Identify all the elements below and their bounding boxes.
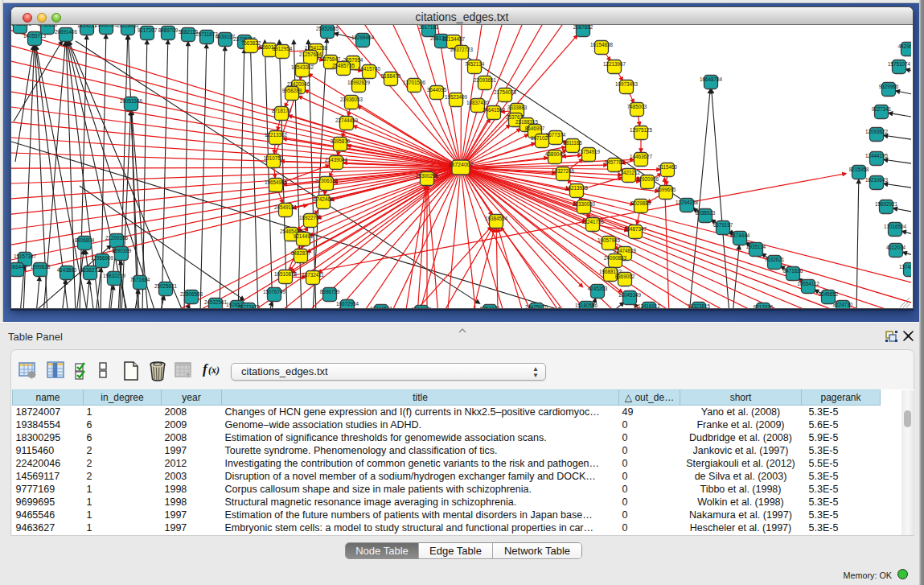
svg-text:21257684: 21257684: [299, 51, 322, 57]
svg-text:4735650: 4735650: [38, 25, 58, 27]
svg-text:3395870: 3395870: [331, 138, 351, 144]
svg-text:8938923: 8938923: [696, 210, 716, 216]
svg-text:22744459: 22744459: [335, 117, 359, 123]
svg-text:9245652: 9245652: [819, 291, 839, 297]
svg-text:6482877: 6482877: [291, 250, 311, 256]
svg-text:8806804: 8806804: [75, 237, 95, 243]
svg-text:10973493: 10973493: [615, 81, 639, 87]
svg-text:10057945: 10057945: [598, 237, 621, 243]
svg-text:10323815: 10323815: [688, 303, 711, 309]
svg-text:16154838: 16154838: [590, 42, 614, 47]
svg-text:13134457: 13134457: [442, 36, 466, 42]
svg-text:3333883: 3333883: [507, 105, 528, 110]
svg-text:23487347: 23487347: [624, 226, 647, 232]
svg-text:5188470: 5188470: [381, 73, 401, 79]
svg-text:25882305: 25882305: [95, 25, 118, 27]
svg-text:9699695: 9699695: [656, 187, 676, 192]
svg-text:12444195: 12444195: [865, 153, 889, 159]
svg-text:12541238: 12541238: [305, 45, 328, 51]
svg-text:9474444: 9474444: [730, 233, 750, 238]
svg-text:13754919: 13754919: [577, 149, 601, 154]
svg-text:13241736: 13241736: [581, 219, 605, 225]
svg-text:17016504: 17016504: [884, 224, 907, 229]
svg-text:8396759: 8396759: [320, 289, 340, 295]
svg-text:20372723: 20372723: [450, 47, 474, 52]
svg-text:8029889: 8029889: [631, 200, 651, 206]
svg-text:9875847: 9875847: [321, 56, 341, 62]
svg-text:16213925: 16213925: [565, 185, 589, 191]
svg-text:22330030: 22330030: [573, 201, 596, 207]
svg-text:12416912: 12416912: [638, 303, 661, 309]
svg-text:15751074: 15751074: [888, 61, 911, 67]
svg-text:23420046: 23420046: [287, 81, 310, 87]
svg-text:12213967: 12213967: [603, 61, 626, 67]
svg-text:6457765: 6457765: [605, 159, 625, 165]
svg-text:9217207: 9217207: [138, 27, 158, 33]
svg-text:21439044: 21439044: [325, 157, 348, 163]
svg-text:24549181: 24549181: [274, 204, 298, 210]
svg-text:4112034: 4112034: [886, 245, 906, 250]
svg-text:2935114: 2935114: [746, 244, 766, 249]
svg-text:16072954: 16072954: [336, 301, 359, 307]
svg-text:9115460: 9115460: [658, 164, 678, 170]
svg-text:13045349: 13045349: [618, 292, 642, 298]
svg-text:1999828: 1999828: [31, 264, 51, 270]
svg-text:24425670: 24425670: [525, 304, 548, 309]
svg-text:2087652: 2087652: [573, 25, 593, 30]
svg-text:10543362: 10543362: [291, 64, 314, 70]
svg-text:21754078: 21754078: [494, 89, 517, 95]
svg-text:4429607: 4429607: [898, 43, 911, 49]
svg-text:25300295: 25300295: [416, 173, 439, 179]
svg-text:24090883: 24090883: [604, 255, 627, 261]
svg-text:3917183: 3917183: [419, 25, 439, 30]
svg-text:13701506: 13701506: [403, 80, 426, 85]
svg-text:12920906: 12920906: [636, 176, 659, 182]
svg-text:19299464: 19299464: [351, 35, 375, 40]
svg-text:22093651: 22093651: [474, 77, 497, 83]
svg-text:22455603: 22455603: [11, 25, 31, 27]
svg-text:16510878: 16510878: [274, 271, 298, 277]
svg-text:10334531: 10334531: [370, 306, 393, 309]
svg-text:8489709: 8489709: [158, 27, 179, 33]
svg-text:8369062: 8369062: [615, 274, 635, 279]
svg-text:8224730: 8224730: [833, 302, 853, 307]
svg-text:1218062: 1218062: [412, 307, 432, 309]
svg-text:20691406: 20691406: [55, 29, 78, 35]
svg-text:19523409: 19523409: [445, 94, 468, 100]
svg-text:12213382: 12213382: [265, 132, 288, 138]
svg-text:21200396: 21200396: [105, 235, 129, 241]
svg-text:13421212: 13421212: [618, 170, 641, 175]
svg-text:18992829: 18992829: [347, 80, 371, 85]
svg-text:22306335: 22306335: [315, 178, 339, 183]
svg-text:25485735: 25485735: [332, 63, 355, 68]
svg-text:19384554: 19384554: [485, 216, 508, 221]
svg-text:3677374: 3677374: [546, 132, 566, 138]
svg-text:15180586: 15180586: [575, 303, 598, 308]
svg-text:18922760: 18922760: [299, 215, 322, 220]
svg-text:10327246: 10327246: [552, 168, 575, 174]
svg-text:10837430: 10837430: [466, 100, 490, 105]
svg-text:10654112: 10654112: [797, 281, 819, 286]
svg-text:8215958: 8215958: [849, 167, 869, 172]
svg-text:13748244: 13748244: [899, 264, 911, 270]
svg-text:25025631: 25025631: [154, 283, 178, 289]
svg-text:23936053: 23936053: [340, 97, 363, 102]
svg-text:2066449: 2066449: [11, 264, 27, 270]
svg-text:16648784: 16648784: [700, 76, 723, 82]
svg-text:7671884: 7671884: [130, 277, 150, 282]
svg-text:14463627: 14463627: [630, 154, 653, 159]
svg-text:8811165: 8811165: [563, 140, 582, 146]
svg-text:22474828: 22474828: [614, 248, 637, 253]
svg-text:6217026: 6217026: [754, 304, 774, 309]
svg-text:25852685: 25852685: [316, 26, 339, 31]
svg-text:16415740: 16415740: [358, 66, 381, 72]
svg-text:20772475: 20772475: [237, 304, 261, 309]
svg-text:8912954: 8912954: [273, 46, 293, 51]
svg-text:6742460: 6742460: [314, 196, 334, 202]
svg-text:15692921: 15692921: [875, 201, 898, 207]
svg-text:4143890: 4143890: [57, 267, 77, 273]
svg-text:8471626: 8471626: [783, 268, 803, 274]
svg-text:20053346: 20053346: [120, 98, 143, 104]
svg-text:7485003: 7485003: [627, 104, 647, 109]
svg-text:15076749: 15076749: [263, 289, 286, 295]
